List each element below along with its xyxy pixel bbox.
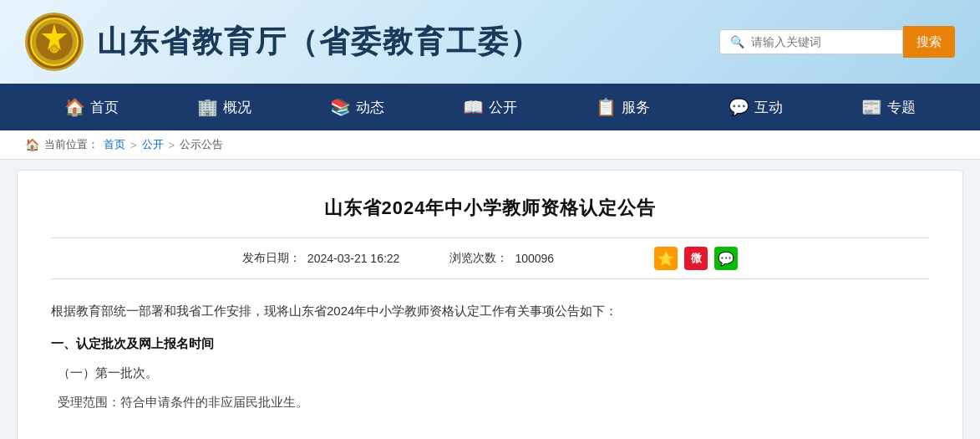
site-header: 鲁 山东省教育厅（省委教育工委） 🔍 搜索: [0, 0, 980, 84]
sub1-label: （一）第一批次。: [58, 361, 929, 384]
nav-label-topic: 专题: [887, 98, 916, 117]
overview-icon: 🏢: [197, 97, 218, 117]
breadcrumb-link-home[interactable]: 首页: [104, 137, 125, 152]
main-navigation: 🏠 首页 🏢 概况 📚 动态 📖 公开 📋 服务 💬 互动 📰 专题: [0, 84, 980, 130]
nav-label-news: 动态: [356, 98, 384, 117]
nav-label-service: 服务: [622, 98, 650, 117]
nav-item-news[interactable]: 📚 动态: [317, 90, 398, 124]
breadcrumb-current: 公示公告: [180, 137, 223, 152]
nav-item-interact[interactable]: 💬 互动: [715, 90, 796, 124]
article-meta: 发布日期： 2024-03-21 16:22 浏览次数： 100096 ⭐ 微 …: [51, 237, 929, 279]
publish-date-item: 发布日期： 2024-03-21 16:22: [242, 251, 400, 266]
header-left: 鲁 山东省教育厅（省委教育工委）: [25, 13, 541, 71]
svg-text:鲁: 鲁: [52, 47, 58, 54]
nav-item-topic[interactable]: 📰 专题: [848, 90, 929, 124]
service-icon: 📋: [596, 97, 617, 117]
nav-item-service[interactable]: 📋 服务: [582, 90, 663, 124]
nav-item-home[interactable]: 🏠 首页: [51, 90, 132, 124]
home-icon: 🏠: [64, 97, 85, 117]
nav-items: 🏠 首页 🏢 概况 📚 动态 📖 公开 📋 服务 💬 互动 📰 专题: [0, 90, 980, 124]
site-title: 山东省教育厅（省委教育工委）: [97, 22, 541, 63]
section1-title: 一、认定批次及网上报名时间: [51, 332, 929, 355]
search-icon: 🔍: [730, 35, 744, 48]
share-weibo-icon[interactable]: 微: [684, 247, 708, 270]
share-wechat-icon[interactable]: 💬: [714, 247, 738, 270]
nav-item-open[interactable]: 📖 公开: [449, 90, 531, 124]
share-icons: ⭐ 微 💬: [654, 247, 738, 270]
article-content: 山东省2024年中小学教师资格认定公告 发布日期： 2024-03-21 16:…: [17, 170, 963, 439]
breadcrumb-link-open[interactable]: 公开: [142, 137, 164, 152]
search-button[interactable]: 搜索: [903, 26, 955, 58]
sub1-body: 受理范围：符合申请条件的非应届民批业生。: [58, 391, 929, 413]
nav-label-home: 首页: [90, 98, 119, 117]
open-icon: 📖: [463, 97, 484, 117]
share-favorite-icon[interactable]: ⭐: [654, 247, 678, 270]
interact-icon: 💬: [729, 97, 749, 117]
site-logo: 鲁: [25, 13, 84, 71]
breadcrumb-home-icon: 🏠: [25, 138, 39, 151]
breadcrumb-prefix: 当前位置：: [44, 137, 99, 152]
breadcrumb: 🏠 当前位置： 首页 > 公开 > 公示公告: [0, 130, 980, 160]
article-title: 山东省2024年中小学教师资格认定公告: [51, 196, 929, 221]
topic-icon: 📰: [861, 97, 882, 117]
publish-date-value: 2024-03-21 16:22: [307, 252, 400, 265]
views-count: 100096: [515, 252, 554, 265]
breadcrumb-sep-1: >: [130, 139, 137, 151]
search-box[interactable]: 🔍: [719, 29, 903, 54]
views-item: 浏览次数： 100096: [449, 251, 554, 266]
breadcrumb-sep-2: >: [169, 139, 175, 151]
nav-label-open: 公开: [489, 98, 517, 117]
publish-date-label: 发布日期：: [242, 251, 301, 266]
nav-item-overview[interactable]: 🏢 概况: [184, 90, 265, 124]
nav-label-overview: 概况: [223, 98, 251, 117]
article-body: 根据教育部统一部署和我省工作安排，现将山东省2024年中小学教师资格认定工作有关…: [51, 299, 929, 413]
article-intro: 根据教育部统一部署和我省工作安排，现将山东省2024年中小学教师资格认定工作有关…: [51, 299, 929, 322]
search-input[interactable]: [751, 35, 892, 48]
nav-label-interact: 互动: [754, 98, 783, 117]
views-label: 浏览次数：: [449, 251, 508, 266]
news-icon: 📚: [330, 97, 351, 117]
search-area: 🔍 搜索: [719, 26, 955, 58]
